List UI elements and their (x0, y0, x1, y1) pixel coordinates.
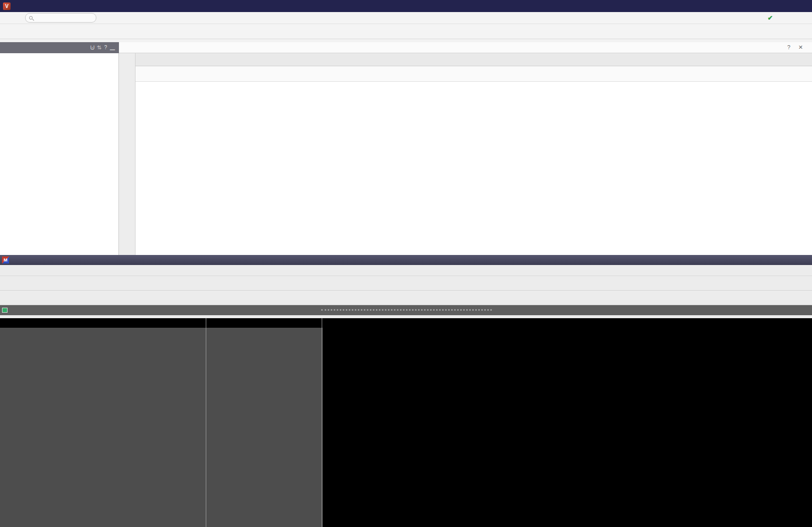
flow-navigator-panel (0, 53, 119, 255)
wave-pane-tab-bar (0, 305, 812, 315)
modelsim-toolbar-2 (0, 291, 812, 305)
search-icon (29, 16, 33, 20)
vivado-titlebar: V (0, 0, 812, 12)
document-area (136, 53, 812, 255)
vivado-menubar: ✔ (0, 12, 812, 24)
flow-navigator-header-icons[interactable]: ⨄ ⇅ ? ▁ (90, 45, 115, 51)
vivado-window: V ✔ ⨄ ⇅ ? ▁ ?✕ (0, 0, 812, 255)
waveform-svg[interactable] (323, 318, 812, 527)
vivado-app-icon: V (3, 3, 11, 10)
modelsim-menubar (0, 265, 812, 276)
document-tabs (136, 53, 812, 66)
vivado-toolbar (0, 24, 812, 39)
quick-access-input[interactable] (25, 13, 96, 23)
modelsim-toolbar-1 (0, 276, 812, 291)
schematic-canvas[interactable] (136, 82, 812, 255)
vivado-main-content (119, 53, 812, 255)
value-wave-splitter[interactable] (322, 318, 322, 527)
modelsim-window: M (0, 255, 812, 527)
elaborated-design-bar: ?✕ (119, 42, 812, 53)
flow-navigator-header: ⨄ ⇅ ? ▁ (0, 42, 119, 53)
wave-window (0, 318, 812, 527)
schematic-toolbar (136, 66, 812, 82)
help-icon[interactable]: ? (787, 44, 790, 51)
check-icon: ✔ (768, 14, 773, 22)
modelsim-titlebar: M (0, 255, 812, 265)
modelsim-app-icon: M (2, 256, 9, 264)
name-value-splitter[interactable] (206, 318, 206, 527)
close-icon[interactable]: ✕ (798, 44, 803, 51)
implementation-status: ✔ (765, 14, 808, 22)
wave-icon (2, 308, 8, 313)
side-tab-strip (119, 53, 136, 255)
splitter-handle[interactable] (321, 309, 492, 311)
schematic-svg (136, 82, 812, 247)
